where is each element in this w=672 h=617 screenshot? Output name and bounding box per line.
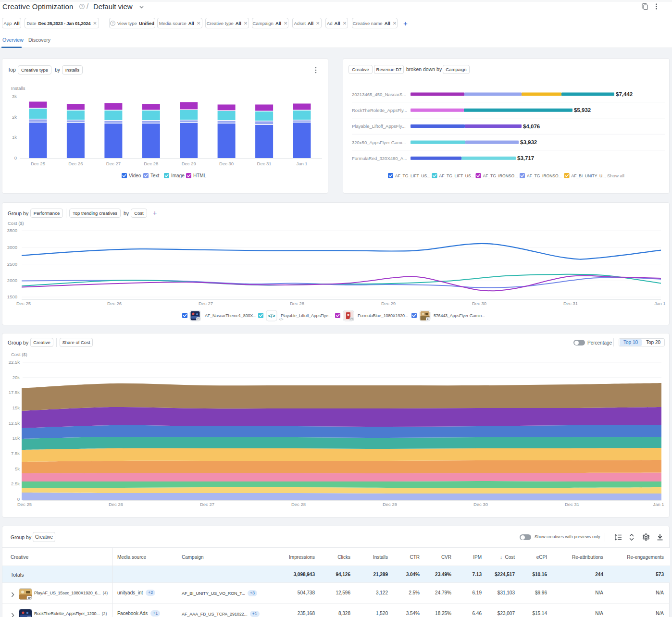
svg-text:320x50_AppsFlyer Gami...: 320x50_AppsFlyer Gami... [352,140,406,145]
svg-text:Installs: Installs [11,86,25,91]
svg-text:Dec 26: Dec 26 [68,161,83,166]
svg-text:Dec 28: Dec 28 [144,161,158,166]
svg-text:20213465_450_NascarS...: 20213465_450_NascarS... [352,92,406,97]
svg-text:?: ? [81,5,83,8]
svg-text:Dec 31: Dec 31 [257,161,272,166]
svg-text:Dec 27: Dec 27 [200,502,214,507]
svg-text:AF_TG_IRONSO...: AF_TG_IRONSO... [483,173,518,178]
svg-text:Show all: Show all [607,173,624,178]
svg-text:1k: 1k [12,135,17,140]
svg-text:</>: </> [279,318,284,321]
svg-text:5k: 5k [15,466,20,471]
svg-text:?: ? [112,22,113,25]
svg-text:AF_TG_LIFT_US...: AF_TG_LIFT_US... [439,173,474,178]
svg-text:$5,932: $5,932 [574,107,591,113]
svg-text:Dec 25: Dec 25 [17,502,32,507]
svg-text:Image: Image [171,173,185,178]
svg-text:Playable_Liftoff_AppsFly...: Playable_Liftoff_AppsFly... [352,123,406,129]
svg-text:12.5k: 12.5k [9,420,20,426]
svg-text:Dec 25: Dec 25 [31,161,45,166]
svg-text:1500: 1500 [7,294,17,299]
svg-text:FormulaBlue_1080X1920...: FormulaBlue_1080X1920... [358,313,408,318]
svg-text:10k: 10k [12,435,20,441]
svg-text:0: 0 [14,155,17,160]
svg-text:3k: 3k [12,94,17,99]
svg-text:Jan 1: Jan 1 [653,502,664,507]
svg-text:</>: </> [268,313,275,319]
svg-text:2000: 2000 [7,278,17,283]
svg-text:Dec 28: Dec 28 [291,502,306,507]
svg-text:Dec 31: Dec 31 [563,301,578,306]
svg-text:Cost ($): Cost ($) [11,352,27,357]
svg-text:$3,717: $3,717 [517,155,534,161]
svg-text:AF_NascarTheme1_800X...: AF_NascarTheme1_800X... [205,313,256,318]
svg-text:Video: Video [129,173,141,178]
svg-text:3500: 3500 [7,228,17,233]
svg-text:Dec 29: Dec 29 [381,301,396,306]
svg-text:2.5k: 2.5k [11,481,20,486]
svg-text:$7,442: $7,442 [616,91,633,97]
svg-text:Dec 27: Dec 27 [199,301,213,306]
svg-text:$4,076: $4,076 [523,123,540,129]
svg-text:Dec 29: Dec 29 [383,502,397,507]
svg-text:RockTheRolette_AppsFly...: RockTheRolette_AppsFly... [352,108,407,113]
svg-text:2k: 2k [12,114,17,120]
svg-text:Playable_Liftoff_AppsFlye...: Playable_Liftoff_AppsFlye... [281,313,332,318]
svg-text:Dec 30: Dec 30 [472,301,486,306]
svg-text:Jan 1: Jan 1 [654,301,665,306]
svg-text:AF_BI_UNITY_U...: AF_BI_UNITY_U... [572,173,606,178]
svg-text:HTML: HTML [193,173,207,178]
svg-text:22.5k: 22.5k [9,359,20,365]
svg-text:AF_TG_IRONSO...: AF_TG_IRONSO... [527,173,562,178]
svg-text:Cost ($): Cost ($) [8,221,24,226]
svg-text:Dec 30: Dec 30 [219,161,234,166]
svg-text:Dec 27: Dec 27 [106,161,121,166]
svg-text:576443_AppsFlyer Gamin...: 576443_AppsFlyer Gamin... [434,313,485,318]
svg-text:AF_TG_LIFT_US...: AF_TG_LIFT_US... [395,173,430,178]
svg-text:Dec 31: Dec 31 [565,502,579,507]
svg-text:2500: 2500 [7,261,17,267]
svg-text:7.5k: 7.5k [11,451,20,456]
svg-text:Dec 28: Dec 28 [290,301,304,306]
svg-text:15k: 15k [12,405,20,410]
svg-text:Dec 25: Dec 25 [16,301,31,306]
svg-text:Dec 26: Dec 26 [109,502,123,507]
svg-text:Dec 26: Dec 26 [107,301,122,306]
svg-text:Dec 30: Dec 30 [473,502,488,507]
svg-text:3000: 3000 [7,245,17,250]
svg-text:$3,932: $3,932 [520,139,537,145]
svg-text:Text: Text [150,173,160,178]
svg-text:Dec 29: Dec 29 [182,161,196,166]
svg-text:17.5k: 17.5k [9,390,20,395]
svg-text:0: 0 [17,496,20,502]
svg-text:FormulaRed_320X480_A...: FormulaRed_320X480_A... [352,156,407,161]
svg-text:20k: 20k [12,375,20,380]
svg-text:Jan 1: Jan 1 [296,161,307,166]
